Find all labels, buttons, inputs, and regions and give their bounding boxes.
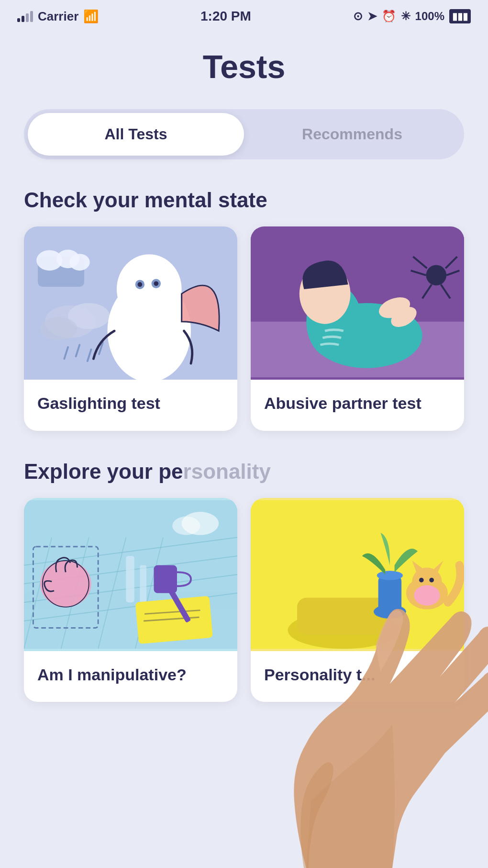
svg-point-16 bbox=[154, 281, 158, 286]
section-heading-explore: Explore your personality bbox=[24, 460, 464, 484]
svg-rect-54 bbox=[297, 597, 390, 635]
tab-all-tests[interactable]: All Tests bbox=[28, 113, 244, 156]
svg-point-2 bbox=[40, 317, 78, 340]
manipulative-card[interactable]: Am I manipulative? bbox=[24, 498, 237, 702]
svg-rect-45 bbox=[154, 565, 177, 593]
abusive-partner-card[interactable]: Abusive partner test bbox=[251, 226, 464, 431]
abusive-partner-card-image bbox=[251, 226, 464, 380]
status-left: Carrier 📶 bbox=[17, 9, 99, 24]
gaslighting-card-title: Gaslighting test bbox=[37, 393, 224, 414]
carrier-label: Carrier bbox=[38, 9, 78, 24]
explore-cards: Am I manipulative? bbox=[0, 498, 488, 702]
abusive-partner-card-title: Abusive partner test bbox=[264, 393, 451, 414]
svg-point-12 bbox=[117, 254, 182, 324]
signal-bars-icon bbox=[17, 11, 33, 22]
status-right: ⊙ ➤ ⏰ ✳ 100% ▮▮▮ bbox=[353, 9, 471, 23]
battery-icon: ▮▮▮ bbox=[449, 9, 471, 23]
location-icon: ⊙ bbox=[353, 10, 363, 23]
svg-line-7 bbox=[76, 345, 80, 356]
svg-point-51 bbox=[172, 516, 200, 535]
navigation-icon: ➤ bbox=[367, 10, 377, 23]
wifi-icon: 📶 bbox=[83, 9, 99, 24]
svg-line-10 bbox=[64, 347, 68, 359]
svg-point-57 bbox=[377, 571, 403, 580]
personality-card-body: Personality t... bbox=[251, 651, 464, 702]
svg-line-8 bbox=[88, 349, 91, 361]
svg-point-6 bbox=[69, 254, 90, 271]
tabs-container: All Tests Recommends bbox=[24, 109, 464, 159]
status-bar: Carrier 📶 1:20 PM ⊙ ➤ ⏰ ✳ 100% ▮▮▮ bbox=[0, 0, 488, 29]
personality-card-image bbox=[251, 498, 464, 651]
section-heading-mental: Check your mental state bbox=[24, 188, 464, 212]
page-title: Tests bbox=[0, 29, 488, 109]
manipulative-card-image bbox=[24, 498, 237, 651]
battery-percent: 100% bbox=[415, 10, 444, 23]
status-time: 1:20 PM bbox=[200, 9, 251, 24]
manipulative-card-title: Am I manipulative? bbox=[37, 665, 224, 685]
svg-rect-43 bbox=[126, 556, 134, 602]
personality-card[interactable]: Personality t... bbox=[251, 498, 464, 702]
gaslighting-card-image bbox=[24, 226, 237, 380]
personality-card-title: Personality t... bbox=[264, 665, 451, 685]
svg-rect-44 bbox=[140, 565, 146, 602]
mental-state-cards: Gaslighting test bbox=[0, 226, 488, 431]
abusive-partner-card-body: Abusive partner test bbox=[251, 380, 464, 431]
svg-point-62 bbox=[414, 585, 440, 606]
manipulative-card-body: Am I manipulative? bbox=[24, 651, 237, 702]
gaslighting-card-body: Gaslighting test bbox=[24, 380, 237, 431]
svg-point-14 bbox=[138, 282, 143, 287]
gaslighting-test-card[interactable]: Gaslighting test bbox=[24, 226, 237, 431]
svg-rect-46 bbox=[135, 596, 213, 643]
alarm-icon: ⏰ bbox=[382, 10, 396, 23]
svg-point-61 bbox=[429, 577, 434, 582]
svg-rect-56 bbox=[378, 575, 401, 614]
tab-recommends[interactable]: Recommends bbox=[244, 113, 460, 156]
bluetooth-icon: ✳ bbox=[401, 10, 410, 23]
svg-point-24 bbox=[426, 265, 446, 285]
svg-point-60 bbox=[419, 577, 424, 582]
